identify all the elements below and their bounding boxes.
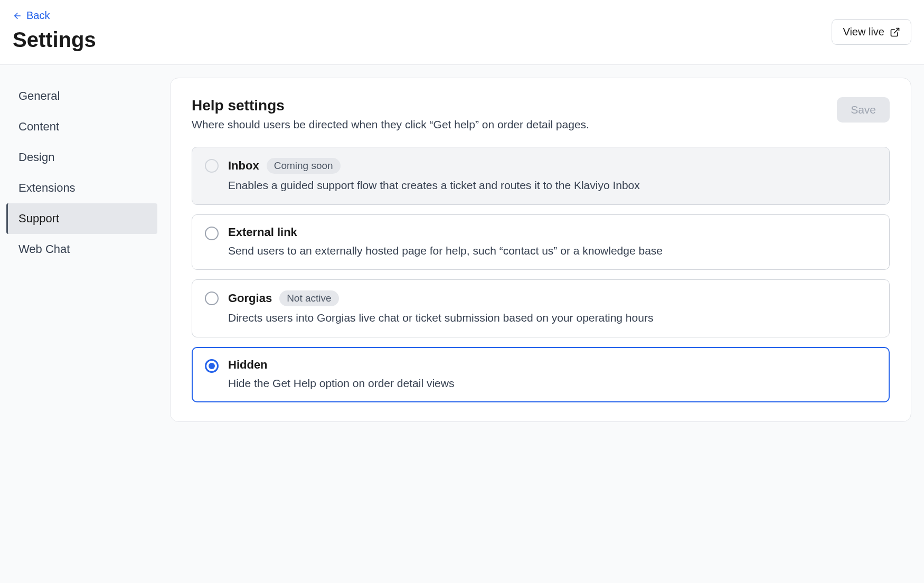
sidebar-item-content[interactable]: Content — [6, 111, 157, 142]
option-external[interactable]: External linkSend users to an externally… — [192, 214, 890, 270]
page-title: Settings — [13, 28, 96, 52]
back-label: Back — [26, 10, 50, 22]
main-content: Help settings Where should users be dire… — [164, 65, 924, 583]
radio-hidden[interactable] — [205, 359, 219, 373]
option-content: External linkSend users to an externally… — [228, 225, 876, 259]
option-content: HiddenHide the Get Help option on order … — [228, 358, 876, 392]
option-title: Hidden — [228, 358, 268, 372]
sidebar-item-label: Extensions — [18, 181, 76, 194]
card-header-text: Help settings Where should users be dire… — [192, 97, 837, 131]
option-gorgias[interactable]: GorgiasNot activeDirects users into Gorg… — [192, 279, 890, 337]
sidebar-item-label: Content — [18, 120, 59, 133]
sidebar-item-label: General — [18, 89, 60, 102]
option-description: Hide the Get Help option on order detail… — [228, 375, 876, 392]
option-content: GorgiasNot activeDirects users into Gorg… — [228, 290, 876, 326]
option-description: Enables a guided support flow that creat… — [228, 177, 876, 194]
option-title-row: GorgiasNot active — [228, 290, 876, 306]
sidebar-item-label: Design — [18, 151, 54, 164]
option-title-row: InboxComing soon — [228, 158, 876, 174]
option-description: Send users to an externally hosted page … — [228, 242, 876, 259]
sidebar-item-design[interactable]: Design — [6, 142, 157, 173]
option-title-row: External link — [228, 225, 876, 239]
option-badge: Not active — [279, 290, 338, 306]
page-header: Back Settings View live — [0, 0, 924, 65]
view-live-label: View live — [843, 26, 884, 38]
radio-external[interactable] — [205, 227, 219, 240]
option-inbox: InboxComing soonEnables a guided support… — [192, 147, 890, 205]
svg-line-1 — [894, 28, 899, 33]
arrow-left-icon — [13, 11, 22, 21]
card-subtitle: Where should users be directed when they… — [192, 118, 837, 131]
sidebar-item-support[interactable]: Support — [6, 203, 157, 234]
option-hidden[interactable]: HiddenHide the Get Help option on order … — [192, 347, 890, 403]
radio-inbox — [205, 159, 219, 173]
sidebar-item-general[interactable]: General — [6, 81, 157, 111]
option-title-row: Hidden — [228, 358, 876, 372]
options-list: InboxComing soonEnables a guided support… — [192, 147, 890, 402]
option-title: External link — [228, 225, 297, 239]
option-badge: Coming soon — [267, 158, 341, 174]
card-header: Help settings Where should users be dire… — [192, 97, 890, 131]
sidebar-item-label: Web Chat — [18, 242, 70, 256]
back-link[interactable]: Back — [13, 10, 50, 22]
option-content: InboxComing soonEnables a guided support… — [228, 158, 876, 194]
help-settings-card: Help settings Where should users be dire… — [170, 78, 911, 422]
option-title: Gorgias — [228, 292, 272, 305]
radio-gorgias[interactable] — [205, 292, 219, 305]
sidebar-item-extensions[interactable]: Extensions — [6, 173, 157, 203]
option-title: Inbox — [228, 159, 259, 173]
save-button[interactable]: Save — [837, 97, 890, 123]
sidebar-item-label: Support — [18, 212, 59, 225]
body-area: GeneralContentDesignExtensionsSupportWeb… — [0, 65, 924, 583]
option-description: Directs users into Gorgias live chat or … — [228, 309, 876, 326]
sidebar-item-web-chat[interactable]: Web Chat — [6, 234, 157, 265]
header-left: Back Settings — [13, 10, 96, 52]
sidebar: GeneralContentDesignExtensionsSupportWeb… — [0, 65, 164, 583]
external-link-icon — [890, 27, 900, 37]
card-title: Help settings — [192, 97, 837, 114]
view-live-button[interactable]: View live — [832, 19, 911, 45]
